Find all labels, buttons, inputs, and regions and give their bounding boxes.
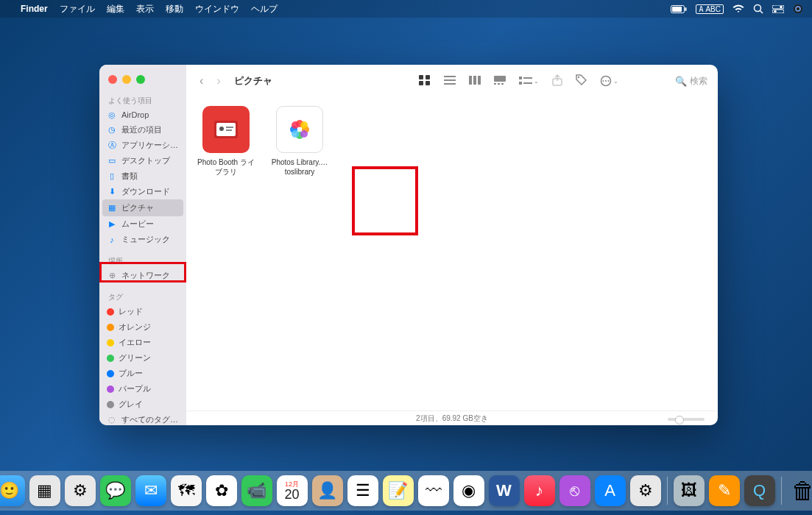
file-item[interactable]: Photos Library.…toslibrary: [270, 106, 329, 177]
tag-dot-icon: [107, 370, 114, 377]
dock-notes[interactable]: 📝: [383, 475, 414, 506]
dock-maps[interactable]: 🗺: [171, 475, 202, 506]
sidebar-item-documents[interactable]: ▯書類: [99, 168, 186, 184]
dock-chrome[interactable]: ◉: [453, 475, 484, 506]
siri-icon[interactable]: [793, 4, 803, 14]
battery-icon[interactable]: [671, 5, 687, 13]
back-button[interactable]: ‹: [197, 74, 206, 88]
dock-mail[interactable]: ✉: [135, 475, 166, 506]
view-switcher: [416, 74, 509, 89]
action-button[interactable]: ⌄: [597, 74, 621, 88]
sidebar-tag-red[interactable]: レッド: [99, 304, 186, 319]
sidebar-item-airdrop[interactable]: ◎AirDrop: [99, 107, 186, 122]
finder-main: ‹ › ピクチャ ⌄ ⌄ 🔍 検索: [186, 65, 718, 425]
list-view-button[interactable]: [441, 74, 459, 88]
svg-point-37: [219, 127, 224, 131]
dock-quicktime[interactable]: Q: [744, 475, 775, 506]
svg-rect-25: [519, 77, 522, 79]
sidebar-item-label: レッド: [119, 306, 143, 317]
sidebar-item-label: ネットワーク: [121, 270, 170, 281]
svg-rect-27: [519, 82, 522, 85]
sidebar-tag-green[interactable]: グリーン: [99, 350, 186, 366]
svg-rect-13: [419, 81, 423, 85]
dock-podcasts[interactable]: ⎋: [559, 475, 590, 506]
photobooth-icon: [202, 106, 250, 153]
sidebar-tag-orange[interactable]: オレンジ: [99, 319, 186, 335]
dock-word[interactable]: W: [489, 475, 520, 506]
sidebar: よく使う項目 ◎AirDrop ◷最近の項目 Ⓐアプリケーシ… ▭デスクトップ …: [99, 65, 186, 425]
window-controls: [99, 71, 186, 93]
sidebar-item-pictures[interactable]: ▦ピクチャ: [102, 199, 183, 216]
tags-button[interactable]: [573, 73, 590, 89]
sidebar-item-label: パープル: [119, 383, 151, 394]
search-placeholder: 検索: [690, 75, 707, 88]
svg-point-46: [292, 130, 299, 138]
share-button[interactable]: [549, 73, 565, 90]
svg-rect-2: [685, 7, 687, 11]
svg-rect-17: [444, 83, 456, 85]
svg-point-45: [300, 130, 308, 138]
minimize-button[interactable]: [122, 75, 131, 84]
dock-pages[interactable]: ✎: [709, 475, 740, 506]
column-view-button[interactable]: [466, 74, 484, 88]
search-field[interactable]: 🔍 検索: [675, 75, 707, 88]
forward-button[interactable]: ›: [213, 74, 223, 88]
menu-view[interactable]: 表示: [136, 3, 154, 15]
sidebar-item-label: グレイ: [119, 399, 143, 410]
sidebar-all-tags[interactable]: ◌すべてのタグ…: [99, 412, 186, 425]
dock-launchpad[interactable]: ▦: [29, 475, 60, 506]
sidebar-tag-purple[interactable]: パープル: [99, 381, 186, 397]
sidebar-tag-yellow[interactable]: イエロー: [99, 335, 186, 350]
sidebar-section-locations: 場所: [99, 253, 186, 268]
dock-contacts[interactable]: 👤: [312, 475, 343, 506]
spotlight-icon[interactable]: [753, 4, 763, 14]
dock-freeform[interactable]: 〰: [418, 475, 449, 506]
dock-calendar[interactable]: 12月20: [277, 475, 308, 506]
maximize-button[interactable]: [136, 75, 145, 84]
menu-help[interactable]: ヘルプ: [251, 3, 278, 15]
sidebar-item-applications[interactable]: Ⓐアプリケーシ…: [99, 138, 186, 153]
dock-sysprefs[interactable]: ⚙: [630, 475, 661, 506]
group-button[interactable]: ⌄: [516, 75, 542, 87]
dock-trash[interactable]: 🗑: [788, 475, 813, 506]
app-name[interactable]: Finder: [21, 4, 48, 14]
menu-file[interactable]: ファイル: [60, 3, 95, 15]
icon-view-button[interactable]: [416, 74, 434, 89]
sidebar-item-label: ミュージック: [121, 234, 170, 245]
dock-preview[interactable]: 🖼: [674, 475, 705, 506]
svg-rect-16: [444, 79, 456, 81]
sidebar-item-music[interactable]: ♪ミュージック: [99, 232, 186, 247]
menu-window[interactable]: ウインドウ: [195, 3, 239, 15]
dock-photos[interactable]: ✿: [206, 475, 237, 506]
svg-rect-11: [419, 75, 423, 79]
menu-edit[interactable]: 編集: [107, 3, 124, 15]
dock-reminders[interactable]: ☰: [347, 475, 378, 506]
sidebar-item-label: ピクチャ: [121, 202, 154, 213]
dock-appstore[interactable]: A: [595, 475, 626, 506]
dock-messages[interactable]: 💬: [100, 475, 131, 506]
sidebar-tag-blue[interactable]: ブルー: [99, 366, 186, 381]
file-item[interactable]: Photo Booth ライブラリ: [197, 106, 255, 177]
sidebar-item-label: イエロー: [119, 337, 151, 348]
sidebar-item-desktop[interactable]: ▭デスクトップ: [99, 153, 186, 168]
input-source[interactable]: AABC: [696, 4, 724, 14]
menu-go[interactable]: 移動: [166, 3, 183, 15]
gallery-view-button[interactable]: [491, 74, 509, 88]
sidebar-item-movies[interactable]: ▶ムービー: [99, 216, 186, 232]
sidebar-section-favorites: よく使う項目: [99, 93, 186, 107]
control-center-icon[interactable]: [772, 5, 784, 13]
close-button[interactable]: [108, 75, 117, 84]
tag-dot-icon: [107, 355, 114, 362]
sidebar-item-network[interactable]: ⊕ネットワーク: [99, 268, 186, 283]
dock-finder[interactable]: 🙂: [0, 475, 25, 506]
app-icon: Ⓐ: [107, 141, 117, 151]
dock-music[interactable]: ♪: [524, 475, 555, 506]
dock-facetime[interactable]: 📹: [241, 475, 272, 506]
file-grid[interactable]: Photo Booth ライブラリ Photos Library.…toslib…: [186, 97, 718, 411]
sidebar-item-downloads[interactable]: ⬇ダウンロード: [99, 184, 186, 199]
icon-size-slider[interactable]: [668, 418, 705, 421]
sidebar-item-recents[interactable]: ◷最近の項目: [99, 122, 186, 138]
dock-settings[interactable]: ⚙: [65, 475, 96, 506]
wifi-icon[interactable]: [732, 4, 744, 13]
sidebar-tag-gray[interactable]: グレイ: [99, 397, 186, 412]
